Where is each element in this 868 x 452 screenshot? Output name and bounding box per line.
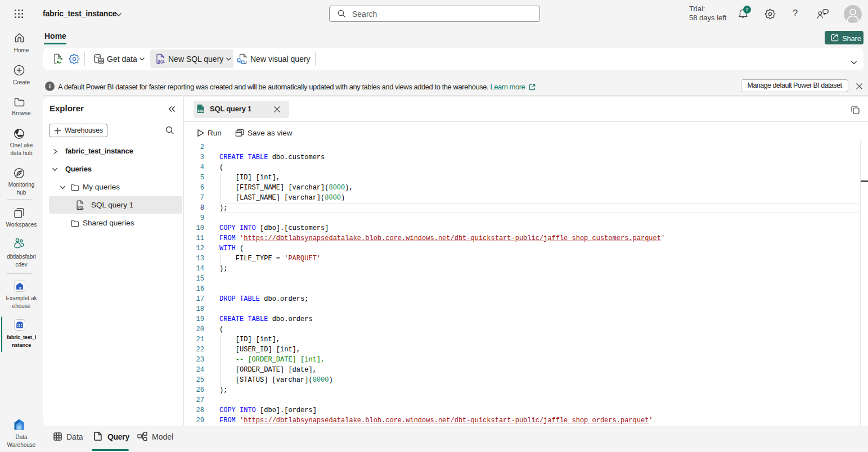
svg-text:SQL: SQL [78,206,84,209]
svg-text:SQL: SQL [198,109,205,112]
svg-text:SQL: SQL [158,60,165,64]
